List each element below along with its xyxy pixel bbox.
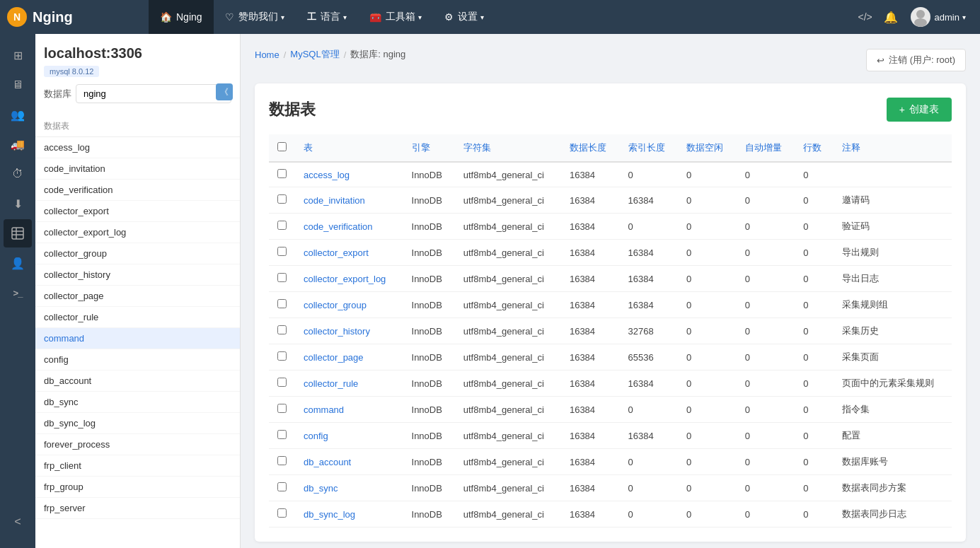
- row-checkbox[interactable]: [277, 378, 287, 387]
- row-data-length-cell: 16384: [561, 266, 620, 292]
- row-auto-increment-cell: 0: [737, 371, 795, 397]
- row-data-free-cell: 0: [678, 214, 737, 240]
- col-engine: 引擎: [403, 134, 455, 162]
- row-checkbox[interactable]: [277, 221, 287, 230]
- row-rows-cell: 0: [795, 240, 833, 266]
- row-comment-cell: 指令集: [834, 397, 952, 423]
- db-table-item[interactable]: collector_export_log🔍: [35, 222, 240, 243]
- row-data-free-cell: 0: [678, 266, 737, 292]
- row-charset-cell: utf8mb4_general_ci: [455, 214, 561, 240]
- db-table-item[interactable]: access_log🔍: [35, 137, 240, 158]
- db-table-item[interactable]: db_sync🔍: [35, 392, 240, 413]
- row-name-link[interactable]: db_account: [304, 457, 351, 467]
- row-checkbox[interactable]: [277, 299, 287, 308]
- db-table-item[interactable]: collector_rule🔍: [35, 307, 240, 328]
- db-version-badge: mysql 8.0.12: [44, 66, 99, 77]
- breadcrumb-home[interactable]: Home: [255, 49, 279, 60]
- db-table-item[interactable]: forever_process🔍: [35, 434, 240, 455]
- table-row: command InnoDB utf8mb4_general_ci 16384 …: [269, 397, 952, 423]
- row-name-link[interactable]: collector_history: [304, 326, 370, 337]
- row-checkbox[interactable]: [277, 456, 287, 465]
- db-selector: 数据库 nging information_schema mysql perfo…: [44, 84, 231, 103]
- logout-button[interactable]: ↩ 注销 (用户: root): [866, 49, 966, 71]
- row-name-cell: collector_export_log: [295, 266, 403, 292]
- row-name-link[interactable]: code_invitation: [304, 195, 365, 206]
- row-data-length-cell: 16384: [561, 423, 620, 449]
- db-selector-select[interactable]: nging information_schema mysql performan…: [76, 84, 231, 103]
- row-checkbox[interactable]: [277, 169, 287, 178]
- db-table-item[interactable]: db_account🔍: [35, 371, 240, 392]
- db-table-item[interactable]: collector_history🔍: [35, 264, 240, 286]
- app-logo[interactable]: N Nging: [7, 7, 149, 27]
- row-checkbox-cell: [269, 266, 295, 292]
- row-checkbox[interactable]: [277, 351, 287, 361]
- row-name-link[interactable]: code_verification: [304, 221, 373, 232]
- row-charset-cell: utf8mb4_general_ci: [455, 344, 561, 371]
- code-icon-btn[interactable]: </>: [853, 4, 878, 30]
- row-name-link[interactable]: db_sync_log: [304, 509, 355, 520]
- db-table-item[interactable]: command🔍: [35, 328, 240, 349]
- sidebar-icon-clock[interactable]: ⏱: [4, 160, 32, 188]
- db-table-item[interactable]: config🔍: [35, 349, 240, 371]
- row-charset-cell: utf8mb4_general_ci: [455, 240, 561, 266]
- row-name-link[interactable]: collector_group: [304, 300, 367, 310]
- sidebar-icon-dashboard[interactable]: ⊞: [4, 41, 32, 69]
- user-menu[interactable]: admin ▾: [904, 7, 973, 27]
- row-rows-cell: 0: [795, 266, 833, 292]
- db-table-item[interactable]: code_verification🔍: [35, 180, 240, 201]
- create-table-button[interactable]: + 创建表: [887, 98, 952, 122]
- row-name-link[interactable]: config: [304, 431, 328, 441]
- nav-item-help[interactable]: ♡ 赞助我们 ▾: [214, 0, 296, 34]
- row-checkbox[interactable]: [277, 430, 287, 439]
- db-collapse-button[interactable]: 《: [216, 83, 233, 100]
- table-header-row: 数据表 + 创建表: [269, 98, 952, 122]
- row-data-length-cell: 16384: [561, 397, 620, 423]
- sidebar-icon-delivery[interactable]: 🚚: [4, 130, 32, 158]
- db-table-item[interactable]: db_sync_log🔍: [35, 413, 240, 434]
- nav-item-nging[interactable]: 🏠 Nging: [149, 0, 214, 34]
- row-comment-cell: 导出日志: [834, 266, 952, 292]
- db-table-item[interactable]: frp_client🔍: [35, 455, 240, 477]
- nav-item-tools[interactable]: 🧰 工具箱 ▾: [358, 0, 433, 34]
- row-checkbox[interactable]: [277, 194, 287, 204]
- row-name-link[interactable]: command: [304, 404, 344, 415]
- row-checkbox[interactable]: [277, 482, 287, 491]
- sidebar-icon-users[interactable]: 👥: [4, 100, 32, 129]
- row-checkbox[interactable]: [277, 404, 287, 413]
- bell-icon-btn[interactable]: 🔔: [878, 4, 904, 30]
- db-table-item[interactable]: collector_export🔍: [35, 201, 240, 222]
- row-checkbox[interactable]: [277, 325, 287, 334]
- nav-item-lang[interactable]: 工 语言 ▾: [296, 0, 358, 34]
- row-checkbox[interactable]: [277, 247, 287, 256]
- row-name-link[interactable]: access_log: [304, 170, 350, 180]
- db-table-item[interactable]: collector_page🔍: [35, 286, 240, 307]
- row-name-link[interactable]: collector_export_log: [304, 274, 386, 284]
- db-table-name: config: [44, 354, 69, 365]
- db-table-item[interactable]: code_invitation🔍: [35, 158, 240, 180]
- row-checkbox[interactable]: [277, 273, 287, 282]
- sidebar-icon-agent[interactable]: 👤: [4, 249, 32, 277]
- db-tables-list: access_log🔍code_invitation🔍code_verifica…: [35, 137, 240, 548]
- db-table-item[interactable]: frp_server🔍: [35, 498, 240, 519]
- breadcrumb-mysql[interactable]: MySQL管理: [290, 48, 339, 61]
- row-name-link[interactable]: collector_rule: [304, 378, 358, 389]
- select-all-checkbox[interactable]: [277, 142, 287, 151]
- db-table-name: collector_page: [44, 291, 104, 301]
- nav-item-settings[interactable]: ⚙ 设置 ▾: [433, 0, 495, 34]
- sidebar-expand-btn[interactable]: >: [4, 507, 32, 548]
- row-name-link[interactable]: collector_page: [304, 352, 364, 363]
- col-data-length: 数据长度: [561, 134, 620, 162]
- row-name-link[interactable]: db_sync: [304, 483, 338, 494]
- sidebar-icon-terminal[interactable]: >_: [4, 279, 32, 307]
- row-engine-cell: InnoDB: [403, 397, 455, 423]
- row-name-link[interactable]: collector_export: [304, 247, 369, 258]
- sidebar-icon-download[interactable]: ⬇: [4, 190, 32, 218]
- row-checkbox[interactable]: [277, 508, 287, 518]
- sidebar-icon-monitor[interactable]: 🖥: [4, 71, 32, 99]
- sidebar-icon-table[interactable]: [4, 219, 32, 247]
- row-engine-cell: InnoDB: [403, 423, 455, 449]
- db-table-item[interactable]: collector_group🔍: [35, 243, 240, 264]
- data-table: 表 引擎 字符集 数据长度 索引长度 数据空闲 自动增量 行数 注释 acces…: [269, 134, 952, 527]
- db-table-item[interactable]: frp_group🔍: [35, 477, 240, 498]
- row-comment-cell: 数据表同步方案: [834, 475, 952, 501]
